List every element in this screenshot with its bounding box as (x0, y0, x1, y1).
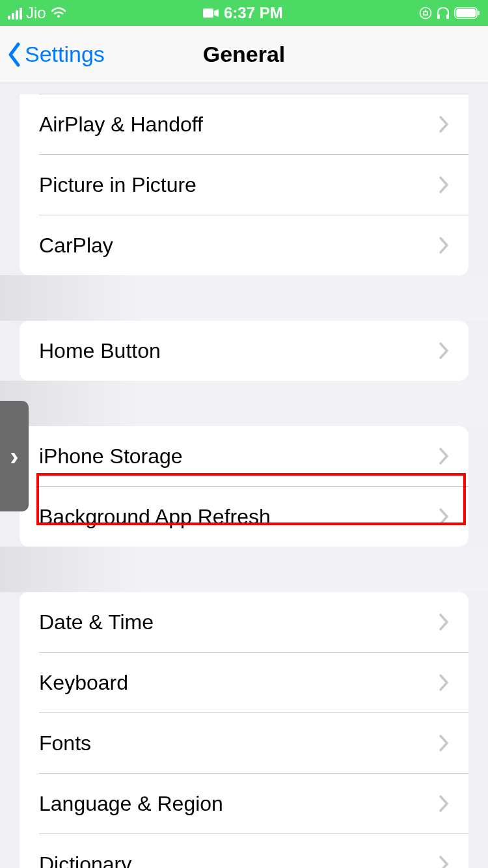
status-left: Jio (8, 4, 67, 22)
chevron-right-icon (439, 342, 449, 360)
chevron-right-icon (439, 673, 449, 692)
signal-icon (8, 7, 22, 20)
row-label: Picture in Picture (39, 173, 197, 197)
nav-bar: Settings General (0, 26, 488, 83)
row-label: iPhone Storage (39, 444, 183, 468)
battery-icon (454, 7, 480, 19)
row-label: Dictionary (39, 852, 131, 869)
row-home-button[interactable]: Home Button (20, 321, 468, 381)
chevron-right-icon (439, 447, 449, 465)
wifi-icon (50, 7, 67, 20)
svg-rect-0 (203, 8, 213, 18)
section-gap (0, 381, 488, 426)
carrier-label: Jio (26, 4, 46, 22)
section-gap (0, 275, 488, 321)
row-airplay-handoff[interactable]: AirPlay & Handoff (20, 94, 468, 154)
row-label: AirPlay & Handoff (39, 113, 203, 137)
status-center: 6:37 PM (203, 4, 283, 22)
chevron-right-icon (439, 176, 449, 194)
chevron-right-icon (439, 115, 449, 133)
row-dictionary[interactable]: Dictionary (20, 834, 468, 868)
section-group: Home Button (20, 321, 468, 381)
svg-rect-6 (478, 11, 480, 15)
row-picture-in-picture[interactable]: Picture in Picture (20, 155, 468, 215)
status-right (419, 7, 480, 20)
section-group: iPhone Storage Background App Refresh (20, 426, 468, 547)
chevron-left-icon (7, 42, 22, 68)
section-group: Date & Time Keyboard Fonts Language & Re… (20, 592, 468, 868)
row-keyboard[interactable]: Keyboard (20, 653, 468, 712)
svg-point-1 (420, 8, 431, 19)
row-label: Background App Refresh (39, 505, 271, 529)
content[interactable]: AirPlay & Handoff Picture in Picture Car… (0, 83, 488, 868)
svg-rect-3 (446, 14, 449, 19)
row-language-region[interactable]: Language & Region (20, 774, 468, 834)
chevron-right-icon (439, 613, 449, 631)
svg-rect-2 (437, 14, 440, 19)
row-label: CarPlay (39, 234, 113, 258)
time-label: 6:37 PM (224, 4, 283, 22)
section-group: AirPlay & Handoff Picture in Picture Car… (20, 94, 468, 275)
chevron-right-icon (439, 236, 449, 254)
back-label: Settings (25, 42, 105, 67)
chevron-right-icon (439, 855, 449, 868)
row-date-time[interactable]: Date & Time (20, 592, 468, 652)
orientation-lock-icon (419, 7, 432, 20)
row-label: Date & Time (39, 610, 154, 634)
page-title: General (203, 42, 286, 67)
row-carplay[interactable]: CarPlay (20, 215, 468, 275)
row-label: Fonts (39, 731, 91, 755)
chevron-right-icon (439, 734, 449, 752)
chevron-right-icon: › (10, 442, 18, 471)
row-iphone-storage[interactable]: iPhone Storage (20, 426, 468, 486)
side-handle[interactable]: › (0, 401, 29, 511)
status-bar: Jio 6:37 PM (0, 0, 488, 26)
row-label: Home Button (39, 339, 161, 363)
row-label: Keyboard (39, 671, 128, 695)
svg-rect-5 (456, 9, 476, 17)
row-label: Language & Region (39, 792, 223, 816)
camera-icon (203, 8, 219, 18)
chevron-right-icon (439, 508, 449, 526)
section-gap (0, 547, 488, 592)
chevron-right-icon (439, 794, 449, 813)
row-background-app-refresh[interactable]: Background App Refresh (20, 487, 468, 547)
headphones-icon (436, 7, 450, 20)
back-button[interactable]: Settings (0, 42, 105, 68)
row-fonts[interactable]: Fonts (20, 713, 468, 773)
